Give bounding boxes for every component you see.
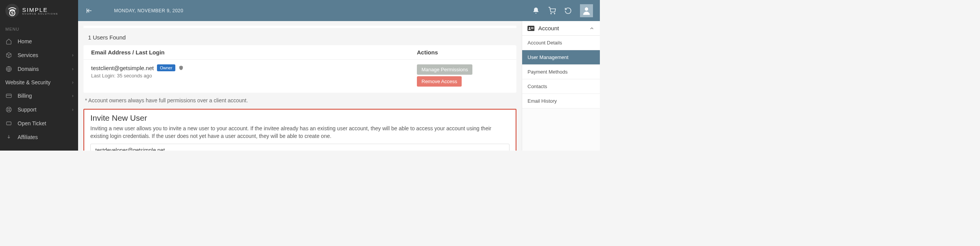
user-last-login: Last Login: 35 seconds ago [91, 73, 417, 79]
panel-email-history[interactable]: Email History [522, 94, 600, 108]
account-panel-header[interactable]: Account [522, 21, 600, 36]
chevron-right-icon: › [72, 107, 74, 112]
users-table-header: Email Address / Last Login Actions [83, 45, 516, 59]
manage-permissions-button[interactable]: Manage Permissions [417, 64, 472, 75]
nav-support[interactable]: Support › [0, 103, 78, 116]
account-panel-title: Account [538, 25, 559, 31]
globe-icon [5, 66, 12, 72]
col-actions-header: Actions [417, 49, 509, 56]
nav-services[interactable]: Services › [0, 48, 78, 62]
cart-icon[interactable] [548, 7, 556, 15]
invite-description: Inviting a new user allows you to invite… [90, 125, 510, 140]
user-email: testclient@getsimple.net [91, 65, 154, 71]
svg-point-7 [551, 13, 552, 14]
collapse-sidebar-button[interactable] [85, 7, 93, 15]
owner-badge: Owner [157, 64, 175, 71]
nav-website-security[interactable]: Website & Security › [0, 76, 78, 89]
svg-rect-13 [531, 28, 534, 29]
card-icon [5, 92, 12, 99]
nav-affiliates-label: Affiliates [18, 134, 38, 140]
brand-logo-icon: S [5, 4, 19, 18]
panel-payment-methods[interactable]: Payment Methods [522, 65, 600, 79]
nav-billing[interactable]: Billing › [0, 89, 78, 103]
nav-support-label: Support [18, 107, 36, 113]
chevron-right-icon: › [72, 93, 74, 98]
cube-icon [5, 52, 12, 59]
ticket-icon [5, 120, 12, 127]
nav-open-ticket-label: Open Ticket [18, 120, 46, 126]
user-avatar[interactable] [580, 4, 593, 17]
chevron-right-icon: › [72, 66, 74, 72]
svg-text:S: S [11, 11, 14, 15]
nav-website-security-label: Website & Security [5, 79, 51, 85]
nav-home-label: Home [18, 38, 32, 44]
chevron-up-icon [589, 26, 595, 31]
brand-logo[interactable]: S SIMPLE SOURCE SOLUTIONS [0, 0, 78, 21]
undo-icon[interactable] [564, 7, 572, 15]
sidebar: S SIMPLE SOURCE SOLUTIONS MENU Home Serv… [0, 0, 78, 151]
col-email-header: Email Address / Last Login [91, 49, 417, 56]
nav-open-ticket[interactable]: Open Ticket [0, 116, 78, 130]
user-row: testclient@getsimple.net Owner Last Logi… [83, 59, 516, 93]
topbar-date: MONDAY, NOVEMBER 9, 2020 [114, 8, 183, 13]
panel-contacts[interactable]: Contacts [522, 79, 600, 94]
panel-account-details[interactable]: Account Details [522, 36, 600, 50]
users-found-count: 1 Users Found [83, 28, 516, 45]
id-card-icon [528, 26, 534, 31]
invite-email-input[interactable] [90, 144, 510, 151]
svg-point-8 [554, 13, 555, 14]
chevron-right-icon: › [72, 52, 74, 58]
brand-name: SIMPLE [22, 7, 58, 13]
shield-icon [178, 65, 184, 71]
svg-point-5 [8, 108, 10, 110]
nav-home[interactable]: Home [0, 34, 78, 48]
chevron-right-icon: › [72, 80, 74, 85]
lifebuoy-icon [5, 106, 12, 113]
panel-user-management[interactable]: User Management [522, 50, 600, 65]
svg-rect-6 [7, 122, 11, 125]
svg-rect-3 [6, 94, 11, 97]
invite-new-user-box: Invite New User Inviting a new user allo… [83, 109, 516, 151]
nav-affiliates[interactable]: Affiliates [0, 130, 78, 144]
topbar: MONDAY, NOVEMBER 9, 2020 [78, 0, 600, 21]
remove-access-button[interactable]: Remove Access [417, 76, 462, 87]
owners-footnote: * Account owners always have full permis… [83, 93, 516, 109]
home-icon [5, 38, 12, 45]
nav-billing-label: Billing [18, 93, 32, 99]
bell-icon[interactable] [532, 7, 540, 15]
svg-point-11 [529, 27, 530, 28]
nav-services-label: Services [18, 52, 38, 58]
menu-heading: MENU [0, 21, 78, 34]
brand-subtitle: SOURCE SOLUTIONS [22, 13, 58, 15]
account-panel: Account Account Details User Management … [522, 21, 600, 151]
handshake-icon [5, 134, 12, 141]
svg-rect-12 [531, 27, 534, 28]
nav-domains-label: Domains [18, 66, 39, 72]
nav-domains[interactable]: Domains › [0, 62, 78, 76]
invite-title: Invite New User [90, 113, 510, 123]
svg-point-9 [585, 7, 588, 11]
